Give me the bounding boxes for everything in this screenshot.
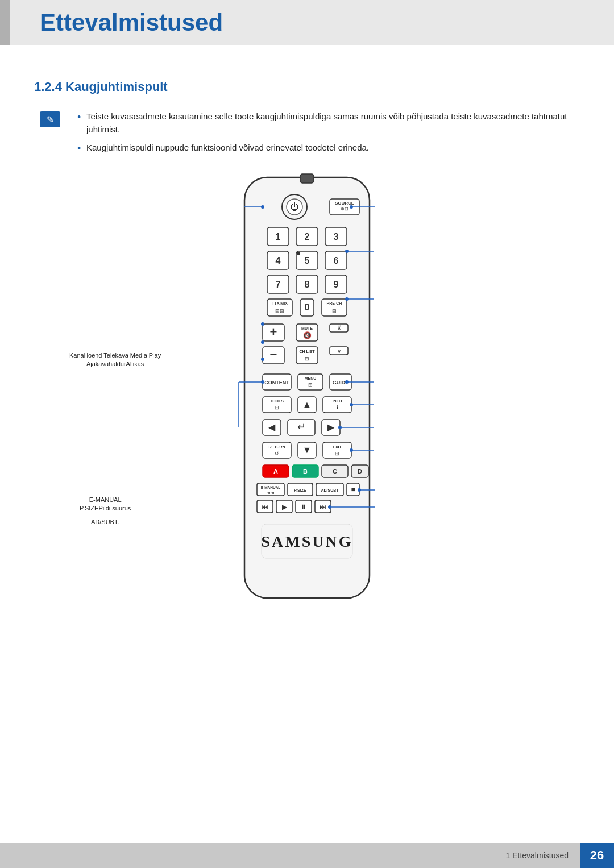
svg-text:⏸: ⏸ [300, 503, 307, 511]
label-left-bottom2: AD/SUBT. [91, 518, 119, 525]
note-item-2: Kaugjuhtimispuldi nuppude funktsioonid v… [74, 142, 580, 155]
svg-point-110 [261, 340, 264, 344]
svg-text:⏭: ⏭ [320, 503, 326, 511]
svg-point-109 [261, 358, 264, 361]
svg-text:0: 0 [305, 302, 310, 312]
svg-text:⏻: ⏻ [290, 202, 299, 211]
svg-text:▶: ▶ [282, 503, 288, 511]
svg-text:⊞: ⊞ [308, 382, 313, 388]
svg-point-125 [350, 448, 353, 452]
svg-point-108 [261, 380, 264, 384]
svg-text:SAMSUNG: SAMSUNG [261, 533, 352, 550]
svg-text:INFO: INFO [333, 399, 342, 403]
section-heading: 1.2.4 Kaugjuhtimispult [34, 80, 580, 94]
svg-text:−: − [270, 347, 277, 362]
svg-text:⊟: ⊟ [305, 356, 309, 362]
label-left-top: Kanaliloend Telekava Media Play Ajakavah… [69, 351, 161, 369]
svg-point-117 [345, 297, 349, 301]
svg-text:E-MANUAL: E-MANUAL [261, 485, 281, 489]
note-item-1: Teiste kuvaseadmete kasutamine selle too… [74, 110, 580, 136]
svg-text:CONTENT: CONTENT [264, 380, 289, 385]
svg-text:↵: ↵ [297, 421, 306, 433]
svg-text:RETURN: RETURN [268, 445, 285, 449]
svg-text:3: 3 [334, 232, 339, 242]
remote-svg-wrapper: ⏻ SOURCE ⊕⊟ 1 2 3 4 [216, 172, 398, 615]
svg-point-113 [350, 205, 353, 209]
svg-text:7: 7 [276, 280, 281, 289]
note-block: Teiste kuvaseadmete kasutamine selle too… [34, 110, 580, 160]
svg-point-127 [358, 488, 361, 492]
svg-text:▶: ▶ [327, 422, 335, 432]
svg-text:+: + [270, 325, 277, 339]
svg-text:PRE-CH: PRE-CH [327, 301, 342, 305]
label-left-bottom1: E-MANUAL P.SIZEPildi suurus [80, 496, 131, 513]
remote-area: Kanaliloend Telekava Media Play Ajakavah… [34, 172, 580, 615]
svg-text:4: 4 [276, 256, 281, 265]
svg-text:∨: ∨ [337, 348, 341, 354]
header-stripe: Ettevalmistused [0, 0, 614, 45]
page-title: Ettevalmistused [40, 9, 223, 36]
svg-text:MENU: MENU [305, 376, 317, 380]
svg-text:⊕⊟: ⊕⊟ [341, 206, 349, 211]
svg-text:SOURCE: SOURCE [335, 201, 355, 206]
footer-section-text: 1 Ettevalmistused [506, 851, 580, 860]
svg-text:■: ■ [351, 485, 355, 493]
svg-text:TOOLS: TOOLS [270, 399, 284, 403]
svg-text:5: 5 [305, 256, 310, 265]
svg-text:6: 6 [334, 256, 339, 265]
svg-text:AD/SUBT: AD/SUBT [321, 488, 339, 492]
svg-point-18 [297, 252, 300, 255]
svg-text:▲: ▲ [302, 400, 312, 409]
footer-page-number: 26 [580, 843, 614, 868]
svg-point-115 [345, 250, 349, 253]
svg-text:⊟: ⊟ [338, 324, 341, 327]
svg-text:2: 2 [305, 232, 310, 242]
svg-text:B: B [303, 468, 308, 475]
svg-text:8: 8 [305, 280, 310, 289]
svg-point-119 [345, 380, 349, 384]
svg-text:⏮: ⏮ [262, 503, 268, 511]
remote-svg: ⏻ SOURCE ⊕⊟ 1 2 3 4 [216, 172, 398, 615]
note-icon [40, 111, 60, 127]
svg-text:◀: ◀ [268, 422, 276, 432]
svg-text:↺: ↺ [275, 451, 279, 456]
content-area: 1.2.4 Kaugjuhtimispult Teiste kuvaseadme… [0, 45, 614, 649]
svg-text:D: D [358, 468, 362, 475]
svg-text:EXIT: EXIT [333, 445, 342, 449]
svg-point-111 [261, 322, 264, 326]
svg-text:⊟: ⊟ [275, 405, 279, 410]
svg-text:C: C [333, 468, 337, 475]
svg-text:TTX/MIX: TTX/MIX [272, 301, 288, 305]
page-footer: 1 Ettevalmistused 26 [0, 843, 614, 868]
svg-text:9: 9 [334, 280, 339, 289]
bullet-list: Teiste kuvaseadmete kasutamine selle too… [68, 110, 580, 160]
page-container: Ettevalmistused 1.2.4 Kaugjuhtimispult T… [0, 0, 614, 868]
svg-point-129 [328, 505, 331, 509]
svg-rect-1 [300, 174, 314, 183]
svg-text:⊟: ⊟ [332, 308, 337, 314]
svg-text:⊟⊟: ⊟⊟ [275, 308, 284, 314]
svg-point-121 [350, 403, 353, 406]
svg-text:CH LIST: CH LIST [299, 350, 315, 354]
svg-text:🔇: 🔇 [303, 331, 312, 339]
svg-text:▼: ▼ [302, 445, 312, 455]
svg-text:⊞: ⊞ [335, 451, 339, 456]
svg-text:MUTE: MUTE [301, 326, 313, 330]
svg-text:1: 1 [276, 232, 281, 242]
svg-text:⏮⏮: ⏮⏮ [267, 491, 275, 495]
svg-text:A: A [273, 468, 278, 475]
svg-text:P.SIZE: P.SIZE [294, 488, 306, 492]
svg-point-123 [338, 426, 342, 429]
